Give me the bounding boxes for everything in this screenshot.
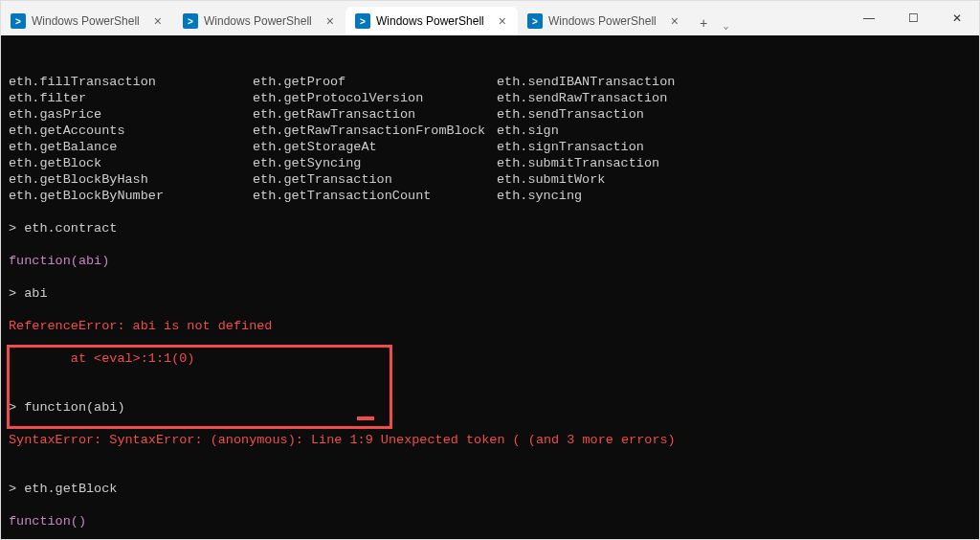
prompt-line: > eth.getBlock <box>9 482 117 496</box>
tab-strip: > Windows PowerShell × > Windows PowerSh… <box>1 1 847 35</box>
terminal-window: > Windows PowerShell × > Windows PowerSh… <box>0 0 980 540</box>
method-col-1: eth.fillTransaction eth.filter eth.gasPr… <box>9 74 253 204</box>
new-tab-button[interactable]: + <box>690 12 717 35</box>
prompt-line: > function(abi) <box>9 400 125 415</box>
close-icon[interactable]: × <box>150 13 166 29</box>
method-col-3: eth.sendIBANTransaction eth.sendRawTrans… <box>497 74 971 204</box>
annotation-cursor <box>357 416 374 420</box>
tab-4[interactable]: > Windows PowerShell × <box>518 7 690 35</box>
error-line: SyntaxError: SyntaxError: (anonymous): L… <box>9 433 676 447</box>
titlebar: > Windows PowerShell × > Windows PowerSh… <box>1 1 979 35</box>
minimize-button[interactable]: — <box>847 1 891 35</box>
tab-label: Windows PowerShell <box>548 14 657 28</box>
close-icon[interactable]: × <box>323 13 338 29</box>
close-button[interactable]: ✕ <box>935 1 979 35</box>
output-line: function() <box>9 514 86 529</box>
powershell-icon: > <box>11 13 26 29</box>
maximize-button[interactable]: ☐ <box>891 1 935 35</box>
tab-1[interactable]: > Windows PowerShell × <box>1 7 173 35</box>
method-columns: eth.fillTransaction eth.filter eth.gasPr… <box>9 74 971 204</box>
close-icon[interactable]: × <box>495 13 510 29</box>
prompt-line: > abi <box>9 286 48 301</box>
output-line: function(abi) <box>9 254 109 268</box>
tab-label: Windows PowerShell <box>376 14 484 28</box>
tab-3[interactable]: > Windows PowerShell × <box>345 7 518 35</box>
close-icon[interactable]: × <box>667 13 682 29</box>
window-controls: — ☐ ✕ <box>847 1 979 35</box>
tab-2[interactable]: > Windows PowerShell × <box>173 7 345 35</box>
terminal-body[interactable]: eth.fillTransaction eth.filter eth.gasPr… <box>1 35 979 539</box>
powershell-icon: > <box>183 13 198 29</box>
tab-label: Windows PowerShell <box>32 14 140 28</box>
prompt-line: > eth.contract <box>9 221 117 236</box>
error-line: at <eval>:1:1(0) <box>9 351 194 366</box>
powershell-icon: > <box>527 13 543 29</box>
tab-dropdown-icon[interactable]: ⌄ <box>717 16 734 35</box>
method-col-2: eth.getProof eth.getProtocolVersion eth.… <box>253 74 497 204</box>
tab-label: Windows PowerShell <box>204 14 312 28</box>
error-line: ReferenceError: abi is not defined <box>9 319 272 333</box>
powershell-icon: > <box>355 13 370 29</box>
